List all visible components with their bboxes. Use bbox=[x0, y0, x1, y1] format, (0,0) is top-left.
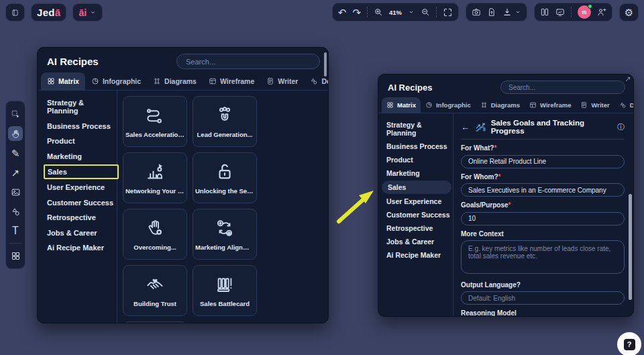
recipe-card[interactable]: Networking Your Wa... bbox=[123, 152, 187, 203]
recipe-card[interactable]: Overcoming... bbox=[123, 209, 187, 260]
resize-handle-icon[interactable] bbox=[625, 77, 631, 82]
category-jobs-career[interactable]: Jobs & Career bbox=[386, 238, 453, 246]
for-what-input[interactable] bbox=[461, 155, 625, 168]
chevron-down-icon[interactable] bbox=[408, 9, 415, 15]
recipe-card[interactable]: Marketing Alignment.. bbox=[193, 209, 257, 260]
upload-file-button[interactable] bbox=[487, 7, 496, 17]
tab-matrix[interactable]: Matrix bbox=[41, 72, 85, 90]
label-text: Goals/Purpose bbox=[461, 201, 508, 209]
recipe-card[interactable]: Sales Battlecard bbox=[193, 265, 257, 316]
help-button[interactable]: ? bbox=[617, 332, 641, 355]
category-marketing[interactable]: Marketing bbox=[386, 169, 453, 177]
chevron-down-icon[interactable] bbox=[515, 9, 521, 15]
arrow-icon: ↗ bbox=[11, 168, 20, 178]
text-icon: T bbox=[12, 225, 19, 236]
redo-button[interactable]: ↷ bbox=[352, 7, 361, 17]
category-customer-success[interactable]: Customer Success bbox=[47, 199, 117, 207]
apps-tool[interactable] bbox=[8, 248, 23, 263]
scrollbar[interactable] bbox=[629, 194, 632, 300]
document-icon bbox=[266, 77, 274, 85]
invite-user-button[interactable] bbox=[597, 7, 606, 17]
undo-button[interactable]: ↶ bbox=[338, 7, 347, 17]
field-label: Goals/Purpose* bbox=[461, 201, 625, 209]
back-button[interactable]: ← bbox=[461, 122, 470, 132]
image-tool[interactable] bbox=[8, 185, 23, 199]
panel-title: AI Recipes bbox=[388, 83, 432, 93]
hand-tool[interactable] bbox=[8, 126, 23, 141]
tab-design[interactable]: Design bbox=[614, 97, 634, 113]
category-retrospective[interactable]: Retrospective bbox=[47, 213, 117, 221]
text-tool[interactable]: T bbox=[8, 223, 23, 238]
layout-panels-button[interactable] bbox=[540, 7, 549, 17]
required-marker: * bbox=[498, 173, 501, 181]
category-ai-recipe-maker[interactable]: Ai Recipe Maker bbox=[47, 244, 117, 252]
pencil-tool[interactable]: ✎ bbox=[8, 146, 23, 160]
search-input[interactable] bbox=[500, 81, 625, 94]
category-user-experience[interactable]: User Experience bbox=[386, 197, 453, 205]
logo-text: Jed bbox=[37, 7, 55, 18]
zoom-out-button[interactable] bbox=[421, 7, 430, 17]
route-icon bbox=[145, 105, 165, 125]
category-sales-highlighted[interactable]: Sales bbox=[44, 164, 119, 179]
for-whom-input[interactable] bbox=[461, 183, 625, 197]
category-business-process[interactable]: Business Process bbox=[386, 142, 453, 150]
arrow-tool[interactable]: ↗ bbox=[8, 165, 23, 180]
goals-purpose-input[interactable] bbox=[461, 212, 625, 225]
category-user-experience[interactable]: User Experience bbox=[47, 183, 117, 191]
sidebar-toggle-button[interactable] bbox=[5, 3, 25, 21]
info-icon[interactable]: ⓘ bbox=[617, 122, 625, 132]
gear-icon: ⚙ bbox=[625, 7, 633, 17]
tab-diagrams[interactable]: Diagrams bbox=[147, 72, 203, 90]
zoom-level[interactable]: 41% bbox=[389, 9, 402, 16]
card-label: Lead Generation... bbox=[197, 131, 253, 138]
label-text: More Context bbox=[461, 230, 504, 238]
ai-recipes-panel-left: AI Recipes Matrix Infographic Diagrams W… bbox=[37, 47, 329, 323]
slides-button[interactable] bbox=[555, 7, 565, 17]
select-cursor-icon bbox=[11, 109, 21, 119]
recipe-card[interactable]: Unlocking the Secrets bbox=[193, 152, 257, 203]
tab-writer[interactable]: Writer bbox=[576, 97, 614, 113]
scrollbar[interactable] bbox=[324, 52, 327, 77]
category-product[interactable]: Product bbox=[386, 156, 453, 164]
category-product[interactable]: Product bbox=[47, 137, 117, 145]
recipe-card[interactable]: Building Rapport Wit... bbox=[123, 321, 187, 323]
category-retrospective[interactable]: Retrospective bbox=[386, 224, 453, 232]
category-strategy-planning[interactable]: Strategy & Planning bbox=[47, 99, 117, 115]
category-customer-success[interactable]: Customer Success bbox=[386, 211, 453, 219]
settings-button[interactable]: ⚙ bbox=[619, 3, 639, 21]
divider bbox=[9, 243, 21, 244]
jeda-logo[interactable]: Jedā bbox=[31, 3, 66, 21]
tab-writer[interactable]: Writer bbox=[260, 72, 304, 90]
tab-infographic[interactable]: Infographic bbox=[85, 72, 147, 90]
label-text: For What? bbox=[461, 144, 494, 152]
tab-bar: Matrix Infographic Diagrams Wireframe Wr… bbox=[378, 97, 633, 113]
recipe-card[interactable]: Sales Acceleration... bbox=[123, 96, 187, 147]
download-button[interactable] bbox=[502, 7, 512, 17]
more-context-textarea[interactable] bbox=[461, 240, 625, 274]
category-jobs-career[interactable]: Jobs & Career bbox=[47, 229, 117, 237]
tab-infographic[interactable]: Infographic bbox=[421, 97, 476, 113]
screenshot-button[interactable] bbox=[472, 7, 481, 17]
tab-wireframe[interactable]: Wireframe bbox=[203, 72, 260, 90]
fit-screen-button[interactable] bbox=[443, 7, 453, 17]
ai-menu-button[interactable]: āi bbox=[72, 3, 103, 21]
category-ai-recipe-maker[interactable]: Ai Recipe Maker bbox=[386, 251, 453, 259]
recipe-card[interactable]: Lead Generation... bbox=[193, 96, 257, 147]
tab-diagrams[interactable]: Diagrams bbox=[476, 97, 525, 113]
output-language-input[interactable] bbox=[461, 291, 625, 305]
tab-matrix[interactable]: Matrix bbox=[382, 97, 421, 113]
zoom-in-button[interactable] bbox=[374, 7, 383, 17]
user-avatar[interactable]: IS bbox=[578, 5, 591, 19]
shapes-tool[interactable] bbox=[8, 204, 23, 219]
category-strategy-planning[interactable]: Strategy & Planning bbox=[386, 121, 453, 137]
select-tool[interactable] bbox=[8, 107, 23, 121]
search-input[interactable] bbox=[176, 54, 320, 69]
category-sales-active[interactable]: Sales bbox=[382, 181, 451, 194]
pie-chart-icon bbox=[91, 77, 99, 85]
tab-wireframe[interactable]: Wireframe bbox=[525, 97, 576, 113]
category-marketing[interactable]: Marketing bbox=[47, 152, 117, 160]
recipe-card[interactable]: Building Trust bbox=[123, 265, 187, 316]
nodes-icon bbox=[480, 101, 488, 109]
category-business-process[interactable]: Business Process bbox=[47, 122, 117, 130]
nodes-icon bbox=[153, 77, 161, 85]
